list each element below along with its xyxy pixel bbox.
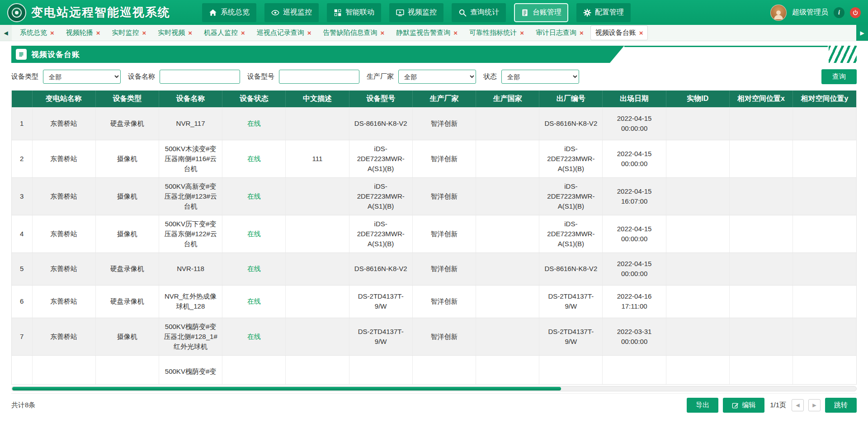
- cell-country: [476, 107, 539, 140]
- info-icon[interactable]: i: [834, 7, 844, 18]
- table-row[interactable]: 6东善桥站硬盘录像机NVR_红外热成像球机_128在线DS-2TD4137T-9…: [12, 285, 856, 318]
- table-row[interactable]: 2东善桥站摄像机500KV木渎变#变压器南侧#116#云台机在线111iDS-2…: [12, 140, 856, 177]
- tab-close-icon[interactable]: ×: [520, 29, 524, 36]
- cell-maker: 智洋创新: [412, 318, 476, 355]
- tab-realtime-video[interactable]: 实时视频×: [153, 26, 197, 40]
- nav-item-system-overview[interactable]: 系统总览: [202, 3, 256, 22]
- tab-label: 可靠性指标统计: [469, 29, 517, 37]
- cell-country: [476, 252, 539, 285]
- tab-close-icon[interactable]: ×: [580, 29, 584, 36]
- column-header: 生产国家: [476, 91, 539, 107]
- cell-name: NVR-118: [159, 252, 222, 285]
- prev-page-icon[interactable]: ◀: [792, 399, 804, 411]
- cell-posx: [729, 285, 793, 318]
- edit-button[interactable]: 编辑: [723, 398, 764, 413]
- tab-label: 实时视频: [158, 29, 185, 37]
- user-avatar[interactable]: [770, 5, 787, 21]
- table-row[interactable]: 3东善桥站摄像机500KV高新变#变压器北侧#123#云台机在线iDS-2DE7…: [12, 177, 856, 215]
- nav-item-ledger-management[interactable]: 台账管理: [514, 3, 568, 22]
- device-model-input[interactable]: [279, 70, 359, 84]
- jump-button[interactable]: 跳转: [825, 398, 857, 413]
- device-name-input[interactable]: [160, 70, 240, 84]
- cell-station: 东善桥站: [32, 177, 95, 215]
- table-header-row: 变电站名称设备类型设备名称设备状态中文描述设备型号生产厂家生产国家出厂编号出场日…: [12, 91, 856, 107]
- tab-audit-log-query[interactable]: 审计日志查询×: [531, 26, 588, 40]
- tab-close-icon[interactable]: ×: [142, 29, 146, 36]
- tab-scroll-right-icon[interactable]: ▶: [856, 25, 868, 41]
- search-button[interactable]: 查询: [821, 69, 857, 84]
- tab-close-icon[interactable]: ×: [188, 29, 192, 36]
- cell-country: [476, 177, 539, 215]
- nav-item-config-management[interactable]: 配置管理: [576, 3, 631, 22]
- linkage-icon: [334, 9, 342, 17]
- cell-status: [222, 355, 286, 385]
- tab-scroll-left-icon[interactable]: ◀: [0, 25, 12, 41]
- nav-item-patrol-monitoring[interactable]: 巡视监控: [264, 3, 319, 22]
- cell-maker: 智洋创新: [412, 107, 476, 140]
- cell-pid: [666, 215, 729, 252]
- cell-type: 摄像机: [95, 177, 159, 215]
- cell-posy: [793, 285, 856, 318]
- edit-icon: [732, 402, 739, 409]
- tab-close-icon[interactable]: ×: [639, 29, 643, 36]
- main-content: 视频设备台账 设备类型 全部 设备名称 设备型号 生产厂家 全部 状态 全部 查…: [0, 41, 868, 424]
- tab-close-icon[interactable]: ×: [50, 29, 54, 36]
- tab-patrol-point-record-query[interactable]: 巡视点记录查询×: [252, 26, 316, 40]
- tab-video-device-ledger[interactable]: 视频设备台账×: [591, 26, 648, 40]
- cell-pid: [666, 285, 729, 318]
- cell-country: [476, 355, 539, 385]
- tab-close-icon[interactable]: ×: [96, 29, 100, 36]
- tab-realtime-monitor[interactable]: 实时监控×: [108, 26, 151, 40]
- tab-system-overview[interactable]: 系统总览×: [15, 26, 59, 40]
- nav-item-video-monitoring[interactable]: 视频监控: [389, 3, 443, 22]
- cell-station: 东善桥站: [32, 285, 95, 318]
- tab-robot-monitor[interactable]: 机器人监控×: [199, 26, 250, 40]
- status-select[interactable]: 全部: [501, 70, 579, 84]
- gear-icon: [583, 9, 591, 17]
- horizontal-scrollbar[interactable]: [11, 386, 857, 391]
- column-header: 生产厂家: [412, 91, 476, 107]
- device-name-label: 设备名称: [128, 72, 155, 81]
- table-footer: 共计8条 导出 编辑 1/1页 ◀ ▶ 跳转: [11, 393, 857, 417]
- app-title: 变电站远程智能巡视系统: [31, 5, 170, 20]
- cell-name: 500KV历下变#变压器东侧#122#云台机: [159, 215, 222, 252]
- cell-model: iDS-2DE7223MWR-A(S1)(B): [349, 215, 412, 252]
- edit-button-label: 编辑: [742, 401, 755, 410]
- column-header: 出厂编号: [539, 91, 603, 107]
- cell-name: 500KV槐荫变#变压器北侧#128_1#红外光球机: [159, 318, 222, 355]
- table-row[interactable]: 1东善桥站硬盘录像机NVR_117在线DS-8616N-K8-V2智洋创新DS-…: [12, 107, 856, 140]
- cell-status: 在线: [222, 215, 286, 252]
- cell-desc: [286, 318, 349, 355]
- tab-close-icon[interactable]: ×: [307, 29, 311, 36]
- tab-close-icon[interactable]: ×: [381, 29, 385, 36]
- tab-close-icon[interactable]: ×: [241, 29, 245, 36]
- cell-status: 在线: [222, 318, 286, 355]
- device-type-select[interactable]: 全部: [43, 70, 121, 84]
- cell-station: 东善桥站: [32, 215, 95, 252]
- manufacturer-select[interactable]: 全部: [398, 70, 476, 84]
- table-row[interactable]: 4东善桥站摄像机500KV历下变#变压器东侧#122#云台机在线iDS-2DE7…: [12, 215, 856, 252]
- cell-pid: [666, 177, 729, 215]
- cell-posy: [793, 318, 856, 355]
- tab-video-carousel[interactable]: 视频轮播×: [61, 26, 105, 40]
- device-type-label: 设备类型: [11, 72, 38, 81]
- nav-item-query-statistics[interactable]: 查询统计: [452, 3, 506, 22]
- cell-posy: [793, 177, 856, 215]
- export-button[interactable]: 导出: [687, 398, 718, 413]
- scrollbar-thumb[interactable]: [12, 387, 561, 391]
- nav-item-intelligent-linkage[interactable]: 智能联动: [327, 3, 381, 22]
- next-page-icon[interactable]: ▶: [808, 399, 821, 411]
- tab-alarm-defect-info-query[interactable]: 告警缺陷信息查询×: [319, 26, 389, 40]
- table-row[interactable]: 7东善桥站摄像机500KV槐荫变#变压器北侧#128_1#红外光球机在线DS-2…: [12, 318, 856, 355]
- cell-serial: [539, 355, 603, 385]
- nav-item-label: 系统总览: [221, 8, 250, 17]
- tab-silent-monitor-alarm-query[interactable]: 静默监视告警查询×: [392, 26, 462, 40]
- table-row[interactable]: 500KV槐荫变#变: [12, 355, 856, 385]
- table-row[interactable]: 5东善桥站硬盘录像机NVR-118在线DS-8616N-K8-V2智洋创新DS-…: [12, 252, 856, 285]
- tab-reliability-index-stats[interactable]: 可靠性指标统计×: [465, 26, 528, 40]
- cell-serial: DS-8616N-K8-V2: [539, 252, 603, 285]
- brand: 变电站远程智能巡视系统: [7, 3, 170, 22]
- status-label: 状态: [483, 72, 497, 81]
- logout-power-icon[interactable]: [850, 7, 861, 18]
- tab-close-icon[interactable]: ×: [453, 29, 458, 36]
